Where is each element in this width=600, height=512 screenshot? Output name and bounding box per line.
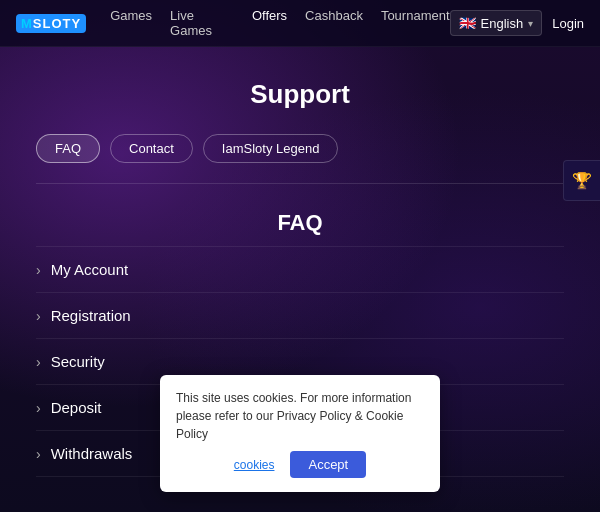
cookie-banner: This site uses cookies. For more informa…: [160, 375, 440, 492]
nav-offers[interactable]: Offers: [252, 8, 287, 38]
faq-item-label: Security: [51, 353, 105, 370]
faq-item-label: Registration: [51, 307, 131, 324]
chevron-down-icon: ▾: [528, 18, 533, 29]
faq-item-label: Withdrawals: [51, 445, 133, 462]
faq-item-label: Deposit: [51, 399, 102, 416]
faq-title: FAQ: [36, 194, 564, 246]
navbar: MSLOTY Games Live Games Offers Cashback …: [0, 0, 600, 47]
faq-item-registration[interactable]: › Registration: [36, 293, 564, 339]
faq-item-label: My Account: [51, 261, 129, 278]
cookie-text: This site uses cookies. For more informa…: [176, 389, 424, 443]
flag-icon: 🇬🇧: [459, 15, 476, 31]
tab-contact[interactable]: Contact: [110, 134, 193, 163]
cookie-actions: cookies Accept: [176, 451, 424, 478]
nav-links: Games Live Games Offers Cashback Tournam…: [110, 8, 449, 38]
logo-text: MSLOTY: [16, 14, 86, 33]
chevron-right-icon: ›: [36, 354, 41, 370]
login-button[interactable]: Login: [552, 16, 584, 31]
chevron-right-icon: ›: [36, 262, 41, 278]
tab-bar: FAQ Contact IamSloty Legend: [36, 134, 564, 163]
language-label: English: [481, 16, 524, 31]
trophy-badge[interactable]: 🏆: [563, 160, 600, 201]
tab-faq[interactable]: FAQ: [36, 134, 100, 163]
logo[interactable]: MSLOTY: [16, 14, 86, 33]
cookies-link[interactable]: cookies: [234, 456, 275, 474]
nav-right: 🇬🇧 English ▾ Login: [450, 10, 584, 36]
trophy-icon: 🏆: [572, 172, 592, 189]
faq-item-my-account[interactable]: › My Account: [36, 246, 564, 293]
nav-cashback[interactable]: Cashback: [305, 8, 363, 38]
page-title: Support: [36, 47, 564, 134]
nav-games[interactable]: Games: [110, 8, 152, 38]
language-selector[interactable]: 🇬🇧 English ▾: [450, 10, 543, 36]
nav-tournament[interactable]: Tournament: [381, 8, 450, 38]
accept-button[interactable]: Accept: [290, 451, 366, 478]
chevron-right-icon: ›: [36, 446, 41, 462]
chevron-right-icon: ›: [36, 400, 41, 416]
nav-live-games[interactable]: Live Games: [170, 8, 234, 38]
divider: [36, 183, 564, 184]
tab-iamsloty[interactable]: IamSloty Legend: [203, 134, 339, 163]
chevron-right-icon: ›: [36, 308, 41, 324]
